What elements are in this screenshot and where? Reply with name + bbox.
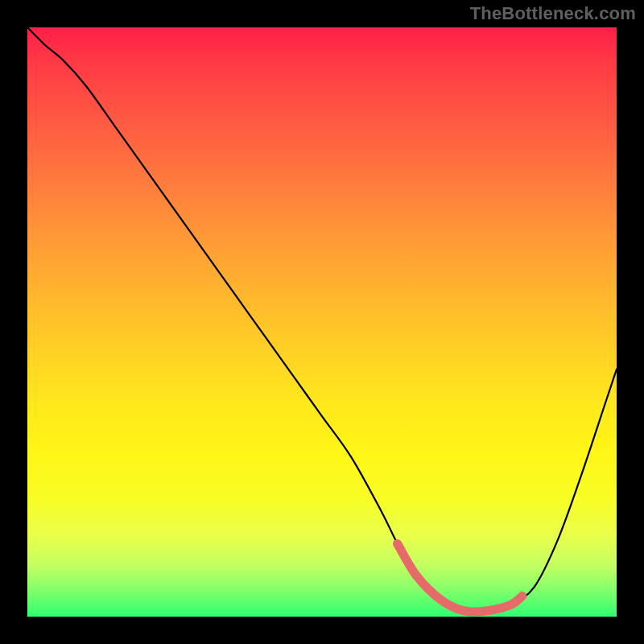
valley-highlight bbox=[27, 27, 617, 617]
plot-area bbox=[27, 27, 617, 617]
chart-frame: TheBottleneck.com bbox=[0, 0, 644, 644]
watermark-text: TheBottleneck.com bbox=[470, 3, 636, 24]
bottleneck-curve bbox=[27, 27, 617, 617]
